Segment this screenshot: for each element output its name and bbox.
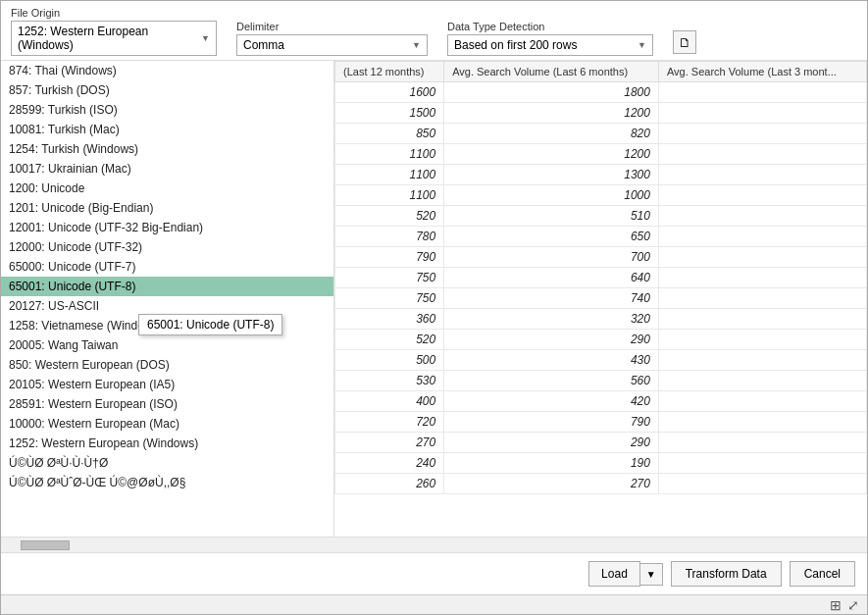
list-item[interactable]: 12001: Unicode (UTF-32 Big-Endian) <box>1 218 333 237</box>
load-button-group: Load ▼ <box>588 561 663 587</box>
table-cell <box>658 371 866 391</box>
data-type-value: Based on first 200 rows <box>454 38 577 52</box>
list-item[interactable]: 65001: Unicode (UTF-8) <box>1 277 333 296</box>
table-cell <box>658 124 866 144</box>
list-item[interactable]: 65000: Unicode (UTF-7) <box>1 257 333 277</box>
table-cell <box>658 412 866 433</box>
table-cell <box>658 103 866 124</box>
table-cell <box>658 165 866 185</box>
list-item[interactable]: 857: Turkish (DOS) <box>1 80 333 100</box>
delimiter-arrow-icon: ▼ <box>412 40 421 50</box>
table-cell: 750 <box>335 288 444 309</box>
horizontal-scrollbar[interactable] <box>1 539 867 551</box>
delimiter-value: Comma <box>243 38 284 52</box>
file-icon-button[interactable]: 🗋 <box>673 30 696 54</box>
list-item[interactable]: 10017: Ukrainian (Mac) <box>1 159 333 179</box>
table-cell <box>658 144 866 165</box>
list-item[interactable]: 20127: US-ASCII <box>1 296 333 316</box>
table-cell: 510 <box>444 206 659 227</box>
data-type-select[interactable]: Based on first 200 rows ▼ <box>447 34 653 56</box>
right-panel[interactable]: (Last 12 months) Avg. Search Volume (Las… <box>334 61 867 537</box>
scrollbar-thumb[interactable] <box>21 540 70 550</box>
list-item[interactable]: 874: Thai (Windows) <box>1 61 333 80</box>
table-cell: 270 <box>444 474 659 494</box>
table-cell: 290 <box>444 433 659 453</box>
table-cell: 1300 <box>444 165 659 185</box>
table-cell: 320 <box>444 309 659 330</box>
grid-icon: ⊞ <box>830 597 842 613</box>
table-row: 520510 <box>335 206 867 227</box>
table-row: 11001200 <box>335 144 867 165</box>
list-item[interactable]: Ú©ÙØ ØªÙˆØ-ÙŒ Ú©@ØøÙ,,Ø§ <box>1 473 333 492</box>
horizontal-scroll-area[interactable] <box>1 537 867 552</box>
table-cell: 1500 <box>335 103 444 124</box>
encoding-list[interactable]: 874: Thai (Windows)857: Turkish (DOS)285… <box>1 61 333 537</box>
load-button[interactable]: Load <box>588 561 640 587</box>
table-cell: 420 <box>444 391 659 412</box>
table-row: 520290 <box>335 330 867 350</box>
table-row: 360320 <box>335 309 867 330</box>
table-cell: 190 <box>444 453 659 474</box>
table-cell <box>658 453 866 474</box>
table-cell: 1600 <box>335 82 444 103</box>
bottom-bar: Load ▼ Transform Data Cancel <box>1 552 867 594</box>
table-cell <box>658 82 866 103</box>
table-cell <box>658 288 866 309</box>
table-row: 15001200 <box>335 103 867 124</box>
load-dropdown-arrow[interactable]: ▼ <box>640 563 663 586</box>
table-cell: 1100 <box>335 185 444 206</box>
transform-data-button[interactable]: Transform Data <box>671 561 782 587</box>
table-cell: 850 <box>335 124 444 144</box>
list-item[interactable]: 20105: Western European (IA5) <box>1 375 333 394</box>
delimiter-label: Delimiter <box>236 21 428 32</box>
table-cell <box>658 185 866 206</box>
table-cell <box>658 391 866 412</box>
table-row: 400420 <box>335 391 867 412</box>
cancel-button[interactable]: Cancel <box>790 561 855 587</box>
table-row: 500430 <box>335 350 867 371</box>
table-cell: 750 <box>335 268 444 288</box>
table-row: 750740 <box>335 288 867 309</box>
col-header-12months: (Last 12 months) <box>335 62 444 82</box>
col-header-6months: Avg. Search Volume (Last 6 months) <box>444 62 659 82</box>
table-row: 790700 <box>335 247 867 268</box>
table-cell <box>658 350 866 371</box>
list-item[interactable]: 20005: Wang Taiwan <box>1 335 333 355</box>
table-cell: 1100 <box>335 144 444 165</box>
list-item[interactable]: 12000: Unicode (UTF-32) <box>1 237 333 257</box>
table-row: 240190 <box>335 453 867 474</box>
list-item[interactable]: 10081: Turkish (Mac) <box>1 120 333 139</box>
list-item[interactable]: Ú©ÙØ ØªÙ·Ù·Ù†Ø­ <box>1 453 333 473</box>
table-cell: 820 <box>444 124 659 144</box>
table-cell <box>658 206 866 227</box>
table-cell: 290 <box>444 330 659 350</box>
file-origin-select[interactable]: 1252: Western European (Windows) ▼ <box>11 21 217 56</box>
table-row: 750640 <box>335 268 867 288</box>
data-type-label: Data Type Detection <box>447 21 653 32</box>
status-bar: ⊞ ⤢ <box>1 594 867 614</box>
list-item[interactable]: 28599: Turkish (ISO) <box>1 100 333 120</box>
table-row: 720790 <box>335 412 867 433</box>
tooltip: 65001: Unicode (UTF-8) <box>138 314 282 335</box>
table-cell <box>658 433 866 453</box>
table-cell <box>658 309 866 330</box>
list-item[interactable]: 850: Western European (DOS) <box>1 355 333 375</box>
table-row: 780650 <box>335 227 867 247</box>
table-cell: 790 <box>335 247 444 268</box>
list-item[interactable]: 1201: Unicode (Big-Endian) <box>1 198 333 218</box>
list-item[interactable]: 1254: Turkish (Windows) <box>1 139 333 159</box>
table-cell: 1800 <box>444 82 659 103</box>
table-cell: 520 <box>335 206 444 227</box>
table-row: 11001000 <box>335 185 867 206</box>
delimiter-select[interactable]: Comma ▼ <box>236 34 428 56</box>
table-cell: 780 <box>335 227 444 247</box>
list-item[interactable]: 10000: Western European (Mac) <box>1 414 333 434</box>
table-header-row: (Last 12 months) Avg. Search Volume (Las… <box>335 62 867 82</box>
list-item[interactable]: 1252: Western European (Windows) <box>1 434 333 453</box>
list-item[interactable]: 1200: Unicode <box>1 179 333 198</box>
list-item[interactable]: 28591: Western European (ISO) <box>1 394 333 414</box>
table-cell: 400 <box>335 391 444 412</box>
table-row: 850820 <box>335 124 867 144</box>
table-cell: 500 <box>335 350 444 371</box>
table-row: 530560 <box>335 371 867 391</box>
